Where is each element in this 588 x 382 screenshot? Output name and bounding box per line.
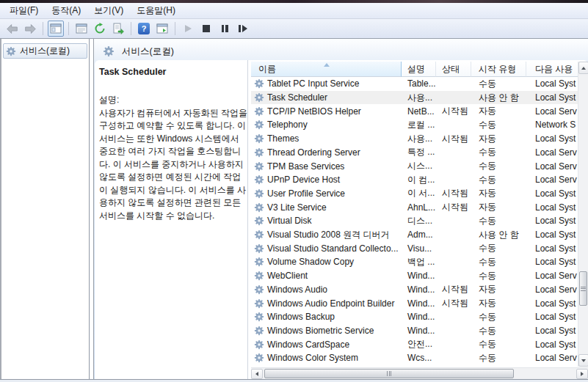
back-icon[interactable] [4, 21, 20, 37]
table-row[interactable]: Task Scheduler사용...사용 안 함Local Syst [251, 91, 578, 105]
service-description-cell: AhnL... [402, 200, 436, 214]
column-header-status[interactable]: 상태 [436, 62, 471, 77]
table-row[interactable]: Volume Shadow Copy백업 ...수동Local Syst [251, 255, 578, 269]
service-name: UPnP Device Host [267, 175, 340, 185]
service-name-cell: Virtual Disk [251, 214, 402, 228]
scroll-up-icon[interactable] [578, 62, 588, 74]
table-row[interactable]: User Profile Service이 서...시작됨자동Local Sys… [251, 187, 578, 201]
service-logon-as-cell: Local Syst [526, 228, 578, 242]
service-description-cell: 백업 ... [402, 255, 436, 269]
start-service-icon[interactable] [180, 21, 196, 37]
table-row[interactable]: TPM Base Services시스...수동Local Serv [251, 159, 578, 173]
pause-service-icon[interactable] [217, 21, 233, 37]
service-logon-as-cell: Local Syst [526, 132, 578, 146]
restart-service-icon[interactable] [235, 21, 251, 37]
menu-view[interactable]: 보기(V) [87, 3, 130, 18]
menu-file[interactable]: 파일(F) [3, 3, 45, 18]
service-status-cell: 시작됨 [436, 283, 471, 297]
service-status-cell [436, 77, 471, 91]
service-name: Tablet PC Input Service [267, 78, 359, 89]
column-header-startup[interactable]: 시작 유형 [471, 62, 526, 77]
vertical-scrollbar-thumb[interactable] [579, 271, 587, 306]
service-name-cell: UPnP Device Host [251, 173, 402, 187]
service-status-cell [436, 269, 471, 283]
horizontal-scrollbar[interactable] [251, 367, 588, 379]
services-list-view: 이름설명상태시작 유형다음 사용 Tablet PC Input Service… [251, 60, 588, 379]
service-status-cell [436, 228, 471, 242]
scroll-right-icon[interactable] [576, 369, 588, 379]
show-console-tree-icon[interactable] [48, 21, 64, 37]
table-row[interactable]: Visual Studio Standard Collecto...Visu..… [251, 241, 578, 255]
service-status-cell: 시작됨 [436, 132, 471, 146]
service-name-cell: Windows CardSpace [251, 337, 402, 351]
service-startup-type-cell: 수동 [471, 173, 526, 187]
table-row[interactable]: Virtual Disk디스...수동Local Syst [251, 214, 578, 228]
service-gear-icon [254, 133, 264, 144]
service-name: User Profile Service [267, 188, 345, 199]
service-status-cell [436, 118, 471, 132]
service-logon-as-cell: Local Syst [526, 187, 578, 201]
service-name: Volume Shadow Copy [267, 257, 354, 267]
service-logon-as-cell: Local Serv [526, 104, 578, 118]
service-list-body: Tablet PC Input ServiceTable...수동Local S… [251, 77, 578, 366]
service-logon-as-cell: Local Syst [526, 77, 578, 91]
service-logon-as-cell: Local Syst [526, 255, 578, 269]
scroll-down-icon[interactable] [578, 354, 588, 367]
show-action-pane-icon[interactable] [154, 21, 170, 37]
column-header-label: 이름 [258, 63, 276, 76]
sort-ascending-icon [324, 63, 330, 67]
service-gear-icon [254, 147, 264, 158]
service-name: V3 Lite Service [267, 202, 327, 213]
table-row[interactable]: WebClientWind...수동Local Serv [251, 269, 578, 283]
sidebar-item-services-local[interactable]: 서비스(로컬) [3, 43, 87, 59]
table-row[interactable]: Windows Audio Endpoint BuilderWind...시작됨… [251, 296, 578, 310]
table-row[interactable]: Windows Biometric ServiceWind...수동Local … [251, 324, 578, 338]
selected-service-name: Task Scheduler [99, 67, 244, 77]
services-detail-panel: 서비스(로컬) Task Scheduler 설명: 사용자가 컴퓨터에서 자동… [93, 39, 588, 379]
table-row[interactable]: V3 Lite ServiceAhnL...시작됨자동Local Syst [251, 200, 578, 214]
menu-help[interactable]: 도움말(H) [130, 3, 182, 18]
toolbar: ? [0, 19, 588, 39]
horizontal-scrollbar-thumb[interactable] [264, 369, 514, 378]
table-row[interactable]: Themes사용...시작됨자동Local Syst [251, 132, 578, 146]
column-header-name[interactable]: 이름 [251, 62, 402, 77]
service-startup-type-cell: 수동 [471, 146, 526, 160]
table-row[interactable]: Windows AudioWind...시작됨자동Local Serv [251, 283, 578, 297]
table-row[interactable]: Telephony로컬 ...수동Network S [251, 118, 578, 132]
refresh-icon[interactable] [92, 21, 108, 37]
help-icon[interactable]: ? [136, 21, 152, 37]
service-logon-as-cell: Local Syst [526, 324, 578, 338]
service-logon-as-cell: Local Syst [526, 241, 578, 255]
service-logon-as-cell: Local Serv [526, 146, 578, 160]
column-header-logon[interactable]: 다음 사용 [526, 62, 578, 77]
service-startup-type-cell: 수동 [471, 77, 526, 91]
service-logon-as-cell: Local Syst [526, 296, 578, 310]
toolbar-separator [131, 22, 131, 35]
service-startup-type-cell: 자동 [471, 132, 526, 146]
properties-icon[interactable] [73, 21, 90, 37]
service-status-cell [436, 91, 471, 105]
table-row[interactable]: Windows BackupWind...수동Local Syst [251, 310, 578, 324]
table-row[interactable]: TCP/IP NetBIOS HelperNetB...시작됨자동Local S… [251, 104, 578, 118]
forward-icon[interactable] [22, 21, 38, 37]
service-startup-type-cell: 수동 [471, 241, 526, 255]
service-gear-icon [254, 106, 264, 117]
vertical-scrollbar[interactable] [578, 62, 588, 367]
toolbar-separator [175, 22, 175, 35]
table-row[interactable]: Windows Color SystemWcs...수동Local Serv [251, 351, 578, 365]
stop-service-icon[interactable] [198, 21, 214, 37]
scroll-left-icon[interactable] [251, 369, 263, 379]
service-description-cell: Wind... [402, 310, 436, 324]
table-row[interactable]: Thread Ordering Server특정 ...수동Local Serv [251, 146, 578, 160]
menu-action[interactable]: 동작(A) [45, 3, 87, 18]
column-header-desc[interactable]: 설명 [402, 62, 436, 77]
table-row[interactable]: Windows CardSpace안전...수동Local Syst [251, 337, 578, 351]
table-row[interactable]: Tablet PC Input ServiceTable...수동Local S… [251, 77, 578, 91]
service-name: Windows Color System [267, 353, 358, 363]
service-description-cell: 이 서... [402, 187, 436, 201]
service-name: Windows Audio Endpoint Builder [267, 298, 394, 309]
export-list-icon[interactable] [110, 21, 126, 37]
table-row[interactable]: Visual Studio 2008 원격 디버거Adm...사용 안 함Loc… [251, 228, 578, 242]
service-name: WebClient [267, 271, 308, 281]
table-row[interactable]: UPnP Device Host이 컴...수동Local Serv [251, 173, 578, 187]
